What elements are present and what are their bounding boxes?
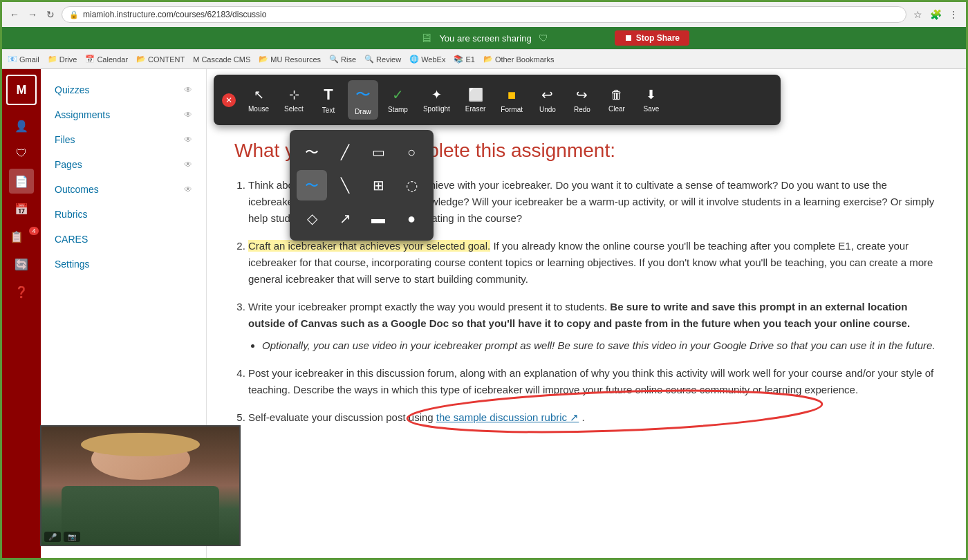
clear-icon: 🗑: [611, 88, 623, 102]
forward-button[interactable]: →: [26, 8, 39, 21]
sub-list: Optionally, you can use video in your ic…: [262, 337, 938, 354]
nav-item-rubrics[interactable]: Rubrics: [41, 202, 206, 227]
back-button[interactable]: ←: [8, 8, 21, 21]
tool-mouse[interactable]: ↖ Mouse: [243, 83, 274, 117]
tool-text[interactable]: T Text: [313, 82, 344, 118]
text-icon: T: [324, 86, 333, 104]
mouse-icon: ↖: [254, 87, 264, 102]
bookmark-webex[interactable]: 🌐WebEx: [409, 55, 445, 64]
tool-save[interactable]: ⬇ Save: [636, 83, 667, 117]
draw-icon: 〜: [355, 84, 371, 105]
main-area: M 👤 🛡 📄 📅 📋 4 🔄 ❓ Quizzes 👁 Assignments …: [2, 69, 966, 558]
shield-icon: 🛡: [539, 32, 548, 44]
shape-dotted-circle[interactable]: ◌: [396, 170, 427, 200]
browser-frame: ← → ↻ 🔒 miamioh.instructure.com/courses/…: [0, 0, 968, 560]
lock-icon: 🔒: [69, 10, 79, 19]
save-icon: ⬇: [646, 87, 656, 102]
select-icon: ⊹: [289, 87, 299, 102]
rubric-link[interactable]: the sample discussion rubric ↗: [436, 411, 579, 423]
screen-share-bar: 🖥 You are screen sharing 🛡 ⏹ Stop Share: [2, 27, 966, 49]
shape-circle-outline[interactable]: ○: [396, 137, 427, 167]
nav-item-cares[interactable]: CARES: [41, 227, 206, 252]
bookmark-drive[interactable]: 📁Drive: [48, 55, 77, 64]
format-icon: ■: [508, 87, 516, 103]
sidebar-icon-refresh[interactable]: 🔄: [9, 252, 34, 277]
sidebar-icon-help[interactable]: ❓: [9, 279, 34, 304]
tool-undo[interactable]: ↩ Undo: [532, 82, 563, 118]
shape-picker: 〜 ╱ ▭ ○ 〜 ╲ ⊞ ◌ ◇ ↗ ▬ ●: [290, 130, 434, 241]
sidebar-icons: M 👤 🛡 📄 📅 📋 4 🔄 ❓: [2, 69, 41, 558]
nav-item-quizzes[interactable]: Quizzes 👁: [41, 77, 206, 102]
bookmark-cascade[interactable]: MCascade CMS: [193, 55, 250, 64]
sidebar-icon-shield[interactable]: 🛡: [9, 141, 34, 166]
content-area: ✕ ↖ Mouse ⊹ Select T Text 〜 Draw: [207, 69, 966, 558]
sidebar-icon-list[interactable]: 📋 4: [9, 224, 34, 249]
close-toolbar-button[interactable]: ✕: [222, 93, 236, 107]
spotlight-icon: ✦: [431, 87, 442, 102]
sidebar-icon-avatar[interactable]: 👤: [9, 113, 34, 138]
shape-rect-outline[interactable]: ▭: [363, 137, 393, 167]
bookmark-mu-resources[interactable]: 📂MU Resources: [259, 55, 321, 64]
menu-button[interactable]: ⋮: [947, 8, 960, 21]
bookmark-content[interactable]: 📂CONTENT: [136, 55, 185, 64]
url-text: miamioh.instructure.com/courses/62183/di…: [83, 10, 899, 19]
nav-item-outcomes[interactable]: Outcomes 👁: [41, 177, 206, 202]
shape-diamond[interactable]: ◇: [297, 203, 327, 234]
list-item-4: Post your icebreaker in this discussion …: [248, 365, 938, 398]
shape-draw-wave[interactable]: 〜: [297, 170, 327, 200]
bookmark-gmail[interactable]: 📧Gmail: [8, 55, 39, 64]
eye-icon: 👁: [184, 160, 192, 169]
nav-item-settings[interactable]: Settings: [41, 252, 206, 277]
nav-item-assignments[interactable]: Assignments 👁: [41, 102, 206, 127]
stop-share-button[interactable]: ⏹ Stop Share: [615, 30, 689, 46]
bookmark-other[interactable]: 📂Other Bookmarks: [483, 55, 555, 64]
browser-nav: ← → ↻ 🔒 miamioh.instructure.com/courses/…: [2, 2, 966, 27]
tool-select[interactable]: ⊹ Select: [279, 83, 309, 117]
reload-button[interactable]: ↻: [44, 8, 57, 21]
eye-icon: 👁: [184, 110, 192, 120]
bookmark-rise[interactable]: 🔍Rise: [329, 55, 356, 64]
bookmarks-bar: 📧Gmail 📁Drive 📅Calendar 📂CONTENT MCascad…: [2, 49, 966, 68]
shape-wave[interactable]: 〜: [297, 137, 327, 167]
screen-share-icon: 🖥: [420, 31, 432, 46]
bookmark-review[interactable]: 🔍Review: [364, 55, 401, 64]
tool-stamp[interactable]: ✓ Stamp: [382, 82, 413, 118]
shape-rect-filled[interactable]: ▬: [363, 203, 393, 234]
eye-icon: 👁: [184, 185, 192, 194]
shape-circle-filled[interactable]: ●: [396, 203, 427, 234]
tool-draw[interactable]: 〜 Draw: [348, 80, 378, 120]
sidebar-icon-calendar[interactable]: 📅: [9, 196, 34, 221]
redo-icon: ↪: [576, 86, 588, 103]
eraser-icon: ⬜: [468, 87, 483, 102]
undo-icon: ↩: [541, 86, 553, 103]
logo: M: [6, 75, 37, 105]
eye-icon: 👁: [184, 135, 192, 144]
bookmark-e1[interactable]: 📚E1: [454, 55, 474, 64]
shape-line[interactable]: ╱: [330, 137, 360, 167]
shape-arrow[interactable]: ↗: [330, 203, 360, 234]
browser-top: ← → ↻ 🔒 miamioh.instructure.com/courses/…: [2, 2, 966, 69]
tool-eraser[interactable]: ⬜ Eraser: [460, 83, 491, 117]
tool-spotlight[interactable]: ✦ Spotlight: [418, 83, 456, 117]
address-bar[interactable]: 🔒 miamioh.instructure.com/courses/62183/…: [62, 6, 906, 23]
tool-clear[interactable]: 🗑 Clear: [602, 84, 632, 117]
shape-slash[interactable]: ╲: [330, 170, 360, 200]
nav-item-pages[interactable]: Pages 👁: [41, 152, 206, 177]
video-feed: 🎤 📷: [207, 425, 241, 546]
bookmark-calendar[interactable]: 📅Calendar: [85, 55, 128, 64]
screen-share-text: You are screen sharing: [439, 33, 531, 44]
extension-button[interactable]: 🧩: [929, 8, 942, 21]
shape-grid[interactable]: ⊞: [363, 170, 393, 200]
sidebar-icon-document[interactable]: 📄: [9, 169, 34, 194]
tool-redo[interactable]: ↪ Redo: [567, 82, 597, 118]
stamp-icon: ✓: [392, 86, 404, 103]
tool-format[interactable]: ■ Format: [495, 83, 528, 118]
eye-icon: 👁: [184, 85, 192, 95]
nav-item-files[interactable]: Files 👁: [41, 127, 206, 152]
list-item-5: Self-evaluate your discussion post using…: [248, 409, 938, 426]
video-content: [207, 427, 239, 545]
highlighted-text: Craft an icebreaker that achieves your s…: [248, 240, 490, 252]
sub-list-item: Optionally, you can use video in your ic…: [262, 337, 938, 354]
annotation-toolbar: ✕ ↖ Mouse ⊹ Select T Text 〜 Draw: [214, 75, 781, 125]
bookmark-button[interactable]: ☆: [911, 8, 924, 21]
